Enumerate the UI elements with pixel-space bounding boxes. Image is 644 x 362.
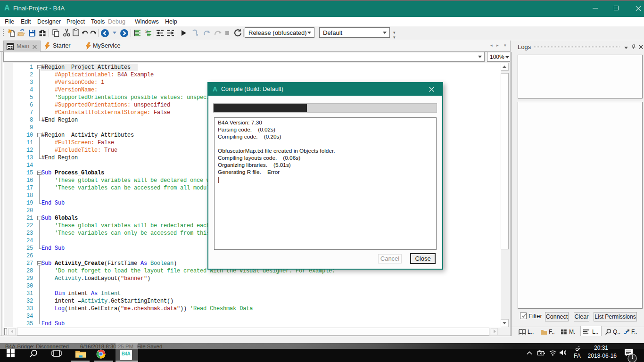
svg-text:2: 2 xyxy=(145,29,148,33)
